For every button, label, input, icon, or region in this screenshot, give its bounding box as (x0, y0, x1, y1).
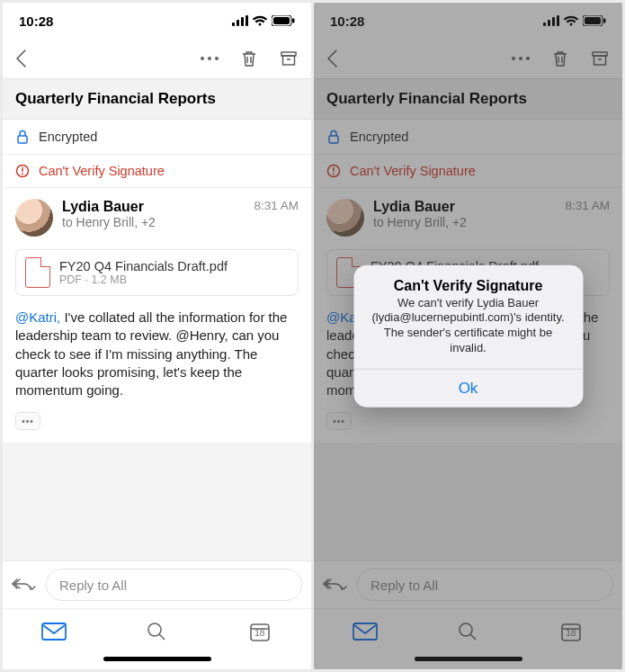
reply-mode-button[interactable] (12, 571, 39, 598)
battery-icon (272, 15, 295, 26)
status-time: 10:28 (19, 13, 53, 29)
verify-signature-dialog: Can't Verify Signature We can't verify L… (353, 264, 583, 408)
more-button[interactable] (196, 45, 223, 72)
svg-rect-12 (18, 136, 27, 143)
signature-warning-row[interactable]: Can't Verify Signature (3, 155, 311, 188)
spacer (3, 443, 311, 560)
svg-rect-6 (292, 19, 295, 23)
svg-rect-5 (273, 17, 290, 24)
signature-warning-label: Can't Verify Signature (39, 164, 165, 178)
svg-rect-3 (246, 15, 248, 26)
warning-icon (15, 164, 30, 178)
back-button[interactable] (8, 45, 35, 72)
svg-point-15 (22, 173, 23, 175)
svg-rect-16 (42, 623, 66, 640)
expand-quoted-button[interactable]: ••• (15, 412, 40, 430)
message-content: Lydia Bauer to Henry Brill, +2 8:31 AM F… (3, 188, 311, 443)
delete-button[interactable] (236, 45, 263, 72)
reply-input[interactable]: Reply to All (46, 569, 302, 601)
status-icons (232, 15, 295, 26)
attachment-meta: PDF · 1.2 MB (59, 273, 228, 286)
calendar-day: 18 (246, 628, 273, 638)
svg-rect-1 (237, 20, 239, 26)
svg-rect-0 (232, 22, 235, 26)
svg-point-17 (148, 623, 161, 636)
lock-icon (15, 129, 30, 145)
cellular-icon (232, 15, 248, 26)
svg-rect-14 (22, 167, 23, 172)
toolbar (3, 39, 311, 78)
reply-placeholder: Reply to All (59, 578, 127, 593)
avatar (15, 199, 53, 237)
svg-point-7 (201, 57, 204, 60)
attachment[interactable]: FY20 Q4 Financials Draft.pdf PDF · 1.2 M… (15, 249, 299, 296)
archive-button[interactable] (275, 45, 302, 72)
attachment-name: FY20 Q4 Financials Draft.pdf (59, 259, 228, 273)
phone-right: 10:28 Quarterly Financial Reports Encryp… (314, 3, 622, 669)
subject: Quarterly Financial Reports (3, 78, 311, 120)
svg-point-9 (215, 57, 219, 60)
sender-name: Lydia Bauer (62, 199, 156, 215)
home-indicator[interactable] (3, 653, 311, 669)
svg-point-8 (208, 57, 211, 60)
svg-rect-2 (241, 17, 244, 26)
timestamp: 8:31 AM (254, 199, 299, 212)
svg-rect-11 (283, 56, 295, 65)
sender-row[interactable]: Lydia Bauer to Henry Brill, +2 8:31 AM (3, 188, 311, 242)
reply-bar: Reply to All (3, 560, 311, 608)
dialog-body: We can't verify Lydia Bauer (lydia@lucer… (353, 295, 583, 369)
nav-search[interactable] (143, 618, 170, 645)
recipients: to Henry Brill, +2 (62, 215, 156, 229)
phone-left: 10:28 Quarterly Financial Reports Encryp… (3, 3, 311, 669)
encrypted-label: Encrypted (39, 130, 97, 144)
encrypted-row[interactable]: Encrypted (3, 120, 311, 155)
status-bar: 10:28 (3, 3, 311, 39)
mention[interactable]: @Katri, (15, 309, 60, 325)
bottom-nav: 18 (3, 608, 311, 653)
nav-calendar[interactable]: 18 (246, 618, 273, 645)
dialog-ok-button[interactable]: Ok (353, 369, 583, 408)
wifi-icon (252, 15, 268, 26)
dialog-title: Can't Verify Signature (353, 264, 583, 295)
pdf-icon (25, 257, 50, 288)
message-body: @Katri, I've collated all the informatio… (3, 303, 311, 412)
nav-mail[interactable] (40, 618, 67, 645)
